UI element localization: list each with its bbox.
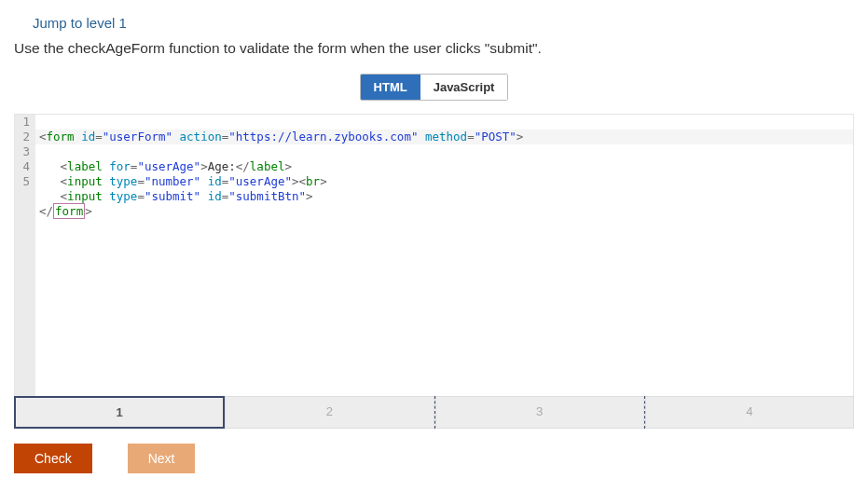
jump-to-level-link[interactable]: Jump to level 1 [33, 15, 127, 31]
instruction-text: Use the checkAgeForm function to validat… [0, 40, 868, 74]
check-button[interactable]: Check [14, 444, 92, 473]
code-editor[interactable]: 1 2 3 4 5 <form id="userForm" action="ht… [14, 114, 854, 396]
step-2[interactable]: 2 [225, 396, 434, 429]
tab-javascript[interactable]: JavaScript [420, 75, 508, 100]
step-4[interactable]: 4 [645, 396, 854, 429]
step-1[interactable]: 1 [14, 396, 225, 429]
step-3[interactable]: 3 [435, 396, 644, 429]
tab-html[interactable]: HTML [361, 75, 420, 100]
step-progress: 1 2 3 4 [14, 396, 854, 429]
next-button[interactable]: Next [128, 444, 196, 473]
tab-row: HTML JavaScript [0, 74, 868, 101]
code-area[interactable]: <form id="userForm" action="https://lear… [35, 115, 853, 396]
line-gutter: 1 2 3 4 5 [15, 115, 35, 396]
